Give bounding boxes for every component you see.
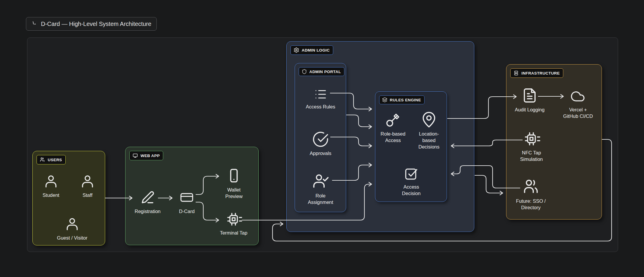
admin-logic-group-badge: ADMIN LOGIC	[290, 45, 333, 55]
node-vercel-github[interactable]: Vercel + GitHub CI/CD	[560, 88, 596, 120]
admin-portal-group-badge: ADMIN PORTAL	[299, 67, 344, 76]
infrastructure-group-label: INFRASTRUCTURE	[521, 71, 560, 75]
user-check-icon	[311, 172, 330, 191]
group-admin-portal[interactable]: ADMIN PORTAL Access Rules Approvals	[295, 63, 346, 212]
node-label: Student	[43, 192, 60, 199]
node-wallet-preview[interactable]: Wallet Preview	[221, 166, 247, 200]
file-text-icon	[521, 86, 539, 105]
card-icon	[178, 189, 196, 206]
map-pin-icon	[420, 111, 438, 129]
chip-icon	[523, 130, 540, 148]
node-label: Location- based Decisions	[418, 131, 440, 150]
node-label: Guest / Visitor	[57, 235, 87, 241]
diagram-title: D-Card — High-Level System Architecture	[41, 21, 151, 27]
group-infrastructure[interactable]: INFRASTRUCTURE Audit Logging Vercel + Gi…	[506, 64, 602, 220]
node-label: Access Decision	[402, 184, 420, 197]
rules-engine-group-badge: RULES ENGINE	[379, 95, 425, 104]
node-label: Access Rules	[306, 104, 335, 110]
node-staff[interactable]: Staff	[74, 174, 101, 199]
flow-corner-icon	[31, 21, 38, 27]
admin-portal-group-label: ADMIN PORTAL	[309, 70, 341, 74]
node-access-decision[interactable]: Access Decision	[397, 165, 426, 197]
node-audit-logging[interactable]: Audit Logging	[513, 86, 546, 113]
node-label: Registration	[135, 208, 161, 215]
cloud-icon	[569, 88, 587, 105]
users-group-badge: USERS	[37, 155, 66, 164]
node-approvals[interactable]: Approvals	[304, 131, 337, 157]
node-terminal-tap[interactable]: Terminal Tap	[217, 211, 250, 236]
node-label: Wallet Preview	[225, 187, 243, 200]
node-access-rules[interactable]: Access Rules	[304, 87, 337, 110]
pencil-icon	[139, 189, 156, 206]
users-icon	[39, 157, 45, 163]
node-label: Approvals	[310, 150, 331, 157]
users-group-label: USERS	[48, 158, 62, 162]
infrastructure-group-badge: INFRASTRUCTURE	[510, 68, 563, 78]
node-label: Role-based Access	[381, 131, 405, 144]
person-icon	[43, 174, 59, 190]
node-label: Audit Logging	[515, 107, 545, 113]
node-label: D-Card	[179, 208, 194, 215]
group-web-app[interactable]: WEB APP Registration D-Card	[125, 147, 259, 245]
node-location-based-decisions[interactable]: Location- based Decisions	[415, 111, 443, 150]
key-icon	[384, 111, 402, 129]
diagram-title-badge[interactable]: D-Card — High-Level System Architecture	[26, 17, 157, 31]
node-role-assignment[interactable]: Role Assignment	[304, 172, 337, 206]
person-icon	[79, 174, 96, 190]
gear-icon	[293, 47, 299, 53]
shield-icon	[302, 69, 307, 74]
node-label: Future: SSO / Directory	[516, 198, 546, 211]
checkbox-icon	[403, 165, 420, 182]
server-icon	[513, 70, 519, 76]
chip-icon	[225, 211, 242, 228]
node-label: Role Assignment	[308, 193, 333, 206]
users-icon	[521, 177, 540, 196]
node-nfc-tap-simulation[interactable]: NFC Tap Simulation	[515, 130, 548, 163]
node-label: NFC Tap Simulation	[520, 150, 543, 163]
circle-check-icon	[312, 131, 329, 148]
web-app-group-label: WEB APP	[141, 154, 160, 158]
node-future-sso-directory[interactable]: Future: SSO / Directory	[513, 177, 549, 211]
node-label: Staff	[82, 192, 93, 199]
diagram-canvas: D-Card — High-Level System Architecture …	[0, 0, 644, 277]
node-d-card[interactable]: D-Card	[169, 189, 204, 215]
node-student[interactable]: Student	[38, 174, 64, 199]
monitor-icon	[132, 153, 138, 159]
group-users[interactable]: USERS Student Staff Gue	[32, 151, 105, 245]
node-label: Terminal Tap	[220, 230, 247, 236]
node-role-based-access[interactable]: Role-based Access	[378, 111, 408, 144]
node-guest-visitor[interactable]: Guest / Visitor	[53, 216, 91, 241]
node-registration[interactable]: Registration	[130, 189, 165, 215]
layers-icon	[382, 97, 387, 103]
node-label: Vercel + GitHub CI/CD	[563, 107, 593, 120]
web-app-group-badge: WEB APP	[129, 151, 163, 160]
person-icon	[64, 216, 80, 233]
rules-engine-group-label: RULES ENGINE	[390, 98, 421, 102]
list-icon	[313, 87, 328, 102]
group-rules-engine[interactable]: RULES ENGINE Role-based Access Location-…	[375, 91, 447, 202]
smartphone-icon	[225, 166, 243, 185]
admin-logic-group-label: ADMIN LOGIC	[302, 48, 330, 52]
